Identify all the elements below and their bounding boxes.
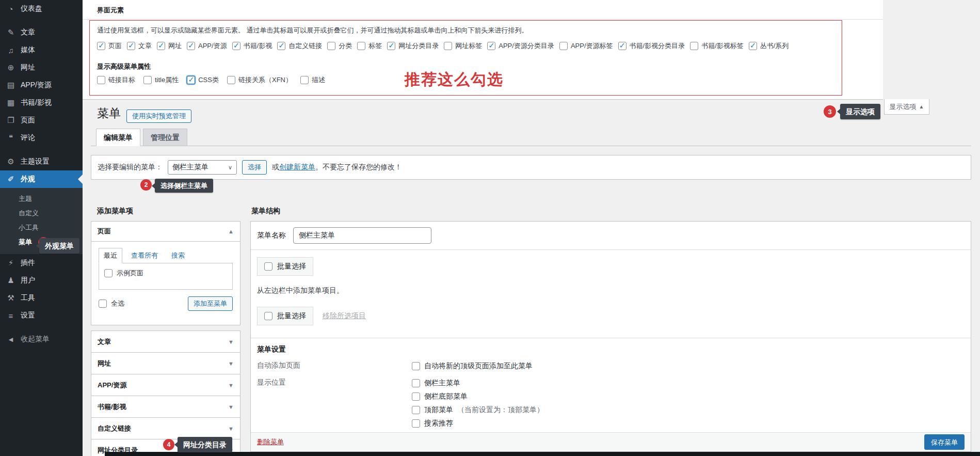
accordion-item[interactable]: APP/资源 ▼: [91, 374, 240, 396]
nav-tab[interactable]: 编辑菜单: [96, 129, 140, 146]
checkbox-label[interactable]: 标签: [368, 41, 382, 51]
checkbox-label[interactable]: 文章: [138, 41, 152, 51]
checkbox[interactable]: [412, 406, 420, 414]
checkbox-label[interactable]: 网址: [168, 41, 182, 51]
sidebar-item[interactable]: ✎ 文章: [0, 24, 83, 41]
sidebar-item[interactable]: ≡ 设置: [0, 307, 83, 324]
quick-tab[interactable]: 查看所有: [126, 248, 163, 263]
live-preview-button[interactable]: 使用实时预览管理: [126, 109, 191, 123]
sidebar-item[interactable]: ▤ APP/资源: [0, 76, 83, 94]
checkbox[interactable]: [618, 42, 626, 50]
checkbox[interactable]: [412, 362, 420, 370]
delete-menu-link[interactable]: 删除菜单: [257, 437, 284, 447]
advanced-checkbox-item[interactable]: 链接关系（XFN）: [227, 75, 292, 85]
checkbox-label[interactable]: 自定义链接: [288, 41, 322, 51]
element-checkbox-item[interactable]: 文章: [127, 41, 152, 51]
checkbox-label[interactable]: CSS类: [198, 75, 219, 85]
checkbox-label[interactable]: 页面: [108, 41, 122, 51]
advanced-checkbox-item[interactable]: 链接目标: [97, 75, 135, 85]
menu-name-input[interactable]: [293, 227, 431, 244]
create-new-menu-link[interactable]: 创建新菜单: [279, 163, 315, 171]
checkbox-label[interactable]: 网址分类目录: [398, 41, 439, 51]
select-all-control[interactable]: 全选: [99, 299, 124, 308]
quick-tab[interactable]: 搜索: [167, 248, 189, 263]
save-menu-button[interactable]: 保存菜单: [924, 434, 965, 450]
element-checkbox-item[interactable]: 书籍/影视标签: [690, 41, 744, 51]
checkbox-label[interactable]: 描述: [312, 75, 325, 85]
sidebar-item[interactable]: ▦ 书籍/影视: [0, 94, 83, 112]
checkbox[interactable]: [143, 76, 152, 84]
checkbox-label[interactable]: APP/资源标签: [571, 41, 613, 51]
menu-select-dropdown[interactable]: 侧栏主菜单 ∨: [168, 160, 237, 175]
sidebar-item[interactable]: ⚙ 主题设置: [0, 153, 83, 170]
collapse-menu-button[interactable]: ◀ 收起菜单: [0, 331, 83, 348]
element-checkbox-item[interactable]: 网址分类目录: [387, 41, 439, 51]
element-checkbox-item[interactable]: APP/资源分类目录: [487, 41, 554, 51]
checkbox-label[interactable]: 链接目标: [108, 75, 135, 85]
submenu-item[interactable]: 小工具: [0, 221, 83, 235]
checkbox-label[interactable]: 书籍/影视标签: [701, 41, 744, 51]
checkbox[interactable]: [387, 42, 395, 50]
auto-add-option[interactable]: 自动将新的顶级页面添加至此菜单: [412, 361, 533, 371]
location-option[interactable]: 顶部菜单 （当前设置为：顶部菜单）: [412, 405, 544, 415]
checkbox[interactable]: [412, 379, 420, 387]
screen-options-toggle[interactable]: 显示选项 ▲: [884, 99, 929, 115]
checkbox[interactable]: [277, 42, 285, 50]
location-option[interactable]: 侧栏底部菜单: [412, 391, 544, 402]
checkbox[interactable]: [412, 392, 420, 401]
submenu-item[interactable]: 主题: [0, 192, 83, 206]
bulk-select-toggle[interactable]: 批量选择: [257, 307, 313, 325]
sidebar-item-appearance[interactable]: ✐ 外观: [0, 170, 83, 188]
sidebar-item[interactable]: ⚡ 插件: [0, 254, 83, 272]
element-checkbox-item[interactable]: 自定义链接: [277, 41, 322, 51]
checkbox[interactable]: [187, 42, 195, 50]
checkbox[interactable]: [559, 42, 568, 50]
advanced-checkbox-item[interactable]: CSS类: [187, 75, 219, 85]
accordion-item[interactable]: 文章 ▼: [91, 331, 240, 353]
sidebar-item[interactable]: ◔ 仪表盘: [0, 0, 83, 18]
pages-accordion-header[interactable]: 页面 ▲: [91, 222, 240, 242]
element-checkbox-item[interactable]: APP/资源标签: [559, 41, 613, 51]
sidebar-item[interactable]: ♟ 用户: [0, 272, 83, 289]
checkbox[interactable]: [487, 42, 495, 50]
accordion-item[interactable]: 自定义链接 ▼: [91, 417, 240, 439]
submenu-item[interactable]: 自定义: [0, 206, 83, 221]
checkbox[interactable]: [99, 300, 107, 308]
checkbox[interactable]: [327, 42, 335, 50]
accordion-item[interactable]: 书籍/影视 ▼: [91, 396, 240, 418]
element-checkbox-item[interactable]: 网址: [157, 41, 182, 51]
advanced-checkbox-item[interactable]: title属性: [143, 75, 179, 85]
element-checkbox-item[interactable]: 书籍/影视分类目录: [618, 41, 685, 51]
checkbox-label[interactable]: 书籍/影视分类目录: [630, 41, 685, 51]
bulk-select-toggle[interactable]: 批量选择: [257, 257, 313, 276]
checkbox[interactable]: [97, 76, 105, 84]
checkbox[interactable]: [97, 42, 105, 50]
checkbox-label[interactable]: APP/资源: [198, 41, 227, 51]
checkbox-label[interactable]: 分类: [339, 41, 352, 51]
element-checkbox-item[interactable]: 丛书/系列: [749, 41, 789, 51]
add-to-menu-button[interactable]: 添加至菜单: [188, 296, 233, 311]
sidebar-item[interactable]: ⚒ 工具: [0, 289, 83, 307]
checkbox[interactable]: [187, 76, 195, 84]
remove-selected-link[interactable]: 移除所选项目: [323, 311, 366, 321]
checkbox[interactable]: [412, 419, 420, 428]
checkbox[interactable]: [104, 269, 113, 277]
checkbox[interactable]: [227, 76, 235, 84]
quick-tab[interactable]: 最近: [99, 248, 122, 263]
element-checkbox-item[interactable]: 网址标签: [444, 41, 482, 51]
accordion-item[interactable]: 网址 ▼: [91, 352, 240, 374]
checkbox[interactable]: [157, 42, 165, 50]
nav-tab[interactable]: 管理位置: [143, 129, 187, 146]
element-checkbox-item[interactable]: 分类: [327, 41, 352, 51]
select-menu-button[interactable]: 选择: [242, 160, 267, 175]
checkbox-label[interactable]: title属性: [155, 75, 179, 85]
location-option[interactable]: 搜索推荐: [412, 418, 544, 429]
checkbox[interactable]: [264, 262, 272, 271]
checkbox-label[interactable]: 链接关系（XFN）: [238, 75, 292, 85]
sidebar-item[interactable]: ⊕ 网址: [0, 59, 83, 76]
checkbox[interactable]: [264, 312, 272, 320]
checkbox[interactable]: [357, 42, 365, 50]
checkbox-label[interactable]: 书籍/影视: [244, 41, 272, 51]
element-checkbox-item[interactable]: 书籍/影视: [232, 41, 272, 51]
location-option[interactable]: 侧栏主菜单: [412, 378, 544, 388]
